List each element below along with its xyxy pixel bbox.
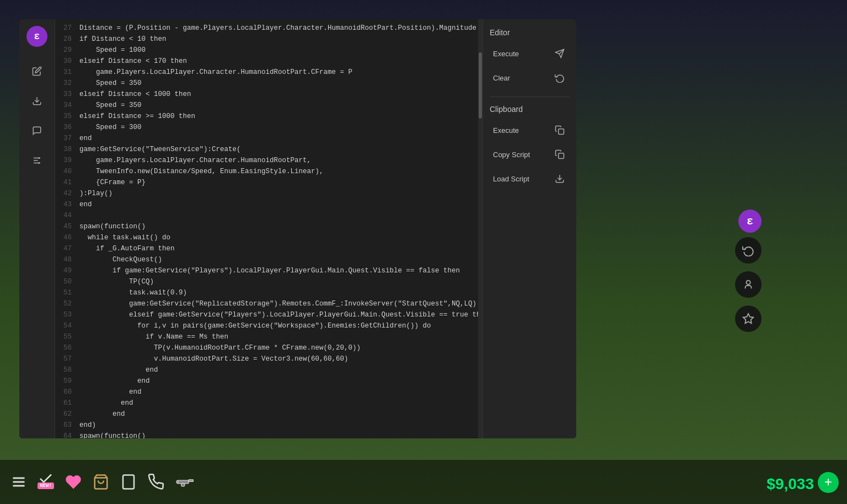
line-content: end bbox=[77, 376, 150, 387]
clear-button[interactable]: Clear bbox=[490, 67, 570, 89]
line-number: 58 bbox=[55, 364, 77, 376]
taskbar-quest[interactable]: NEW! bbox=[37, 470, 54, 494]
taskbar-menu[interactable] bbox=[11, 474, 26, 490]
line-number: 55 bbox=[55, 331, 77, 342]
add-button[interactable]: + bbox=[818, 472, 839, 493]
code-line: 41 {CFrame = P} bbox=[55, 177, 478, 188]
code-line: 58 end bbox=[55, 364, 478, 376]
code-line: 43end bbox=[55, 199, 478, 210]
clear-icon bbox=[553, 71, 566, 84]
execute-button[interactable]: Execute bbox=[490, 42, 570, 65]
right-btn-1[interactable] bbox=[735, 237, 762, 264]
sidebar-item-settings[interactable] bbox=[27, 151, 47, 170]
code-line: 38game:GetService("TweenService"):Create… bbox=[55, 144, 478, 155]
line-number: 39 bbox=[55, 155, 77, 166]
line-content: CheckQuest() bbox=[77, 254, 162, 265]
code-line: 44 bbox=[55, 210, 478, 221]
taskbar-bag[interactable] bbox=[93, 474, 109, 490]
line-number: 34 bbox=[55, 100, 77, 111]
line-content: elseif game:GetService("Players").LocalP… bbox=[77, 309, 478, 320]
load-script-button[interactable]: Load Script bbox=[490, 168, 570, 190]
right-logo[interactable]: ε bbox=[738, 210, 762, 233]
line-number: 51 bbox=[55, 287, 77, 298]
sidebar-logo[interactable]: ε bbox=[26, 26, 47, 47]
line-content bbox=[77, 210, 79, 221]
line-number: 36 bbox=[55, 122, 77, 133]
code-area: 27Distance = (P.Position - game.Players.… bbox=[55, 19, 478, 438]
code-line: 33elseif Distance < 1000 then bbox=[55, 89, 478, 100]
line-number: 42 bbox=[55, 188, 77, 199]
taskbar-gun[interactable] bbox=[175, 475, 195, 489]
svg-point-22 bbox=[176, 481, 179, 483]
code-line: 37end bbox=[55, 133, 478, 144]
line-number: 56 bbox=[55, 342, 77, 353]
load-script-icon bbox=[553, 172, 566, 185]
line-number: 62 bbox=[55, 409, 77, 420]
line-number: 63 bbox=[55, 420, 77, 431]
line-number: 50 bbox=[55, 276, 77, 287]
line-content: end bbox=[77, 364, 158, 376]
taskbar-heart[interactable] bbox=[65, 474, 82, 490]
copy-script-button[interactable]: Copy Script bbox=[490, 143, 570, 165]
code-line: 61 end bbox=[55, 398, 478, 409]
line-number: 48 bbox=[55, 254, 77, 265]
clipboard-section-title: Clipboard bbox=[490, 105, 570, 114]
sidebar-item-edit[interactable] bbox=[27, 61, 47, 81]
line-content: {CFrame = P} bbox=[77, 177, 146, 188]
line-number: 40 bbox=[55, 166, 77, 177]
code-line: 36 Speed = 300 bbox=[55, 122, 478, 133]
taskbar-phone[interactable] bbox=[148, 474, 164, 490]
code-line: 47 if _G.AutoFarm then bbox=[55, 243, 478, 254]
line-number: 32 bbox=[55, 78, 77, 89]
line-content: elseif Distance < 170 then bbox=[77, 56, 187, 67]
line-number: 28 bbox=[55, 34, 77, 45]
code-editor[interactable]: 27Distance = (P.Position - game.Players.… bbox=[55, 19, 478, 438]
money-display: $9,033 bbox=[766, 475, 814, 493]
line-content: spawn(function() bbox=[77, 431, 146, 438]
svg-point-5 bbox=[38, 162, 40, 164]
line-content: if _G.AutoFarm then bbox=[77, 243, 175, 254]
execute-label: Execute bbox=[493, 50, 519, 58]
copy-script-label: Copy Script bbox=[493, 151, 530, 159]
code-line: 45spawn(function() bbox=[55, 221, 478, 232]
svg-rect-8 bbox=[559, 129, 564, 135]
line-content: end bbox=[77, 387, 142, 398]
svg-rect-20 bbox=[189, 480, 193, 482]
line-number: 57 bbox=[55, 353, 77, 364]
sidebar: ε bbox=[19, 19, 55, 438]
sidebar-item-chat[interactable] bbox=[27, 121, 47, 141]
line-content: TP(v.HumanoidRootPart.CFrame * CFrame.ne… bbox=[77, 342, 361, 353]
line-number: 59 bbox=[55, 376, 77, 387]
line-content: Speed = 350 bbox=[77, 100, 142, 111]
code-line: 29 Speed = 1000 bbox=[55, 45, 478, 56]
svg-rect-9 bbox=[559, 153, 564, 159]
line-content: if v.Name == Ms then bbox=[77, 331, 228, 342]
line-number: 30 bbox=[55, 56, 77, 67]
taskbar-tablet[interactable] bbox=[120, 474, 137, 490]
right-btn-2[interactable] bbox=[735, 271, 762, 298]
clipboard-execute-label: Execute bbox=[493, 126, 519, 135]
code-line: 51 task.wait(0.9) bbox=[55, 287, 478, 298]
line-content: TweenInfo.new(Distance/Speed, Enum.Easin… bbox=[77, 166, 324, 177]
svg-rect-19 bbox=[177, 480, 189, 484]
main-panel: ε bbox=[19, 19, 576, 438]
line-number: 49 bbox=[55, 265, 77, 276]
line-content: Speed = 1000 bbox=[77, 45, 146, 56]
right-btn-3[interactable] bbox=[735, 305, 762, 332]
line-number: 44 bbox=[55, 210, 77, 221]
line-number: 43 bbox=[55, 199, 77, 210]
code-line: 55 if v.Name == Ms then bbox=[55, 331, 478, 342]
code-line: 52 game:GetService("ReplicatedStorage").… bbox=[55, 298, 478, 309]
line-content: for i,v in pairs(game:GetService("Worksp… bbox=[77, 320, 431, 331]
line-number: 33 bbox=[55, 89, 77, 100]
sidebar-item-download[interactable] bbox=[27, 91, 47, 111]
code-line: 64spawn(function() bbox=[55, 431, 478, 438]
scrollbar-thumb[interactable] bbox=[479, 52, 482, 119]
scrollbar[interactable] bbox=[478, 19, 483, 438]
line-number: 61 bbox=[55, 398, 77, 409]
line-content: end bbox=[77, 199, 92, 210]
line-number: 27 bbox=[55, 23, 77, 34]
clipboard-execute-button[interactable]: Execute bbox=[490, 119, 570, 141]
line-content: Distance = (P.Position - game.Players.Lo… bbox=[77, 23, 476, 34]
code-line: 48 CheckQuest() bbox=[55, 254, 478, 265]
